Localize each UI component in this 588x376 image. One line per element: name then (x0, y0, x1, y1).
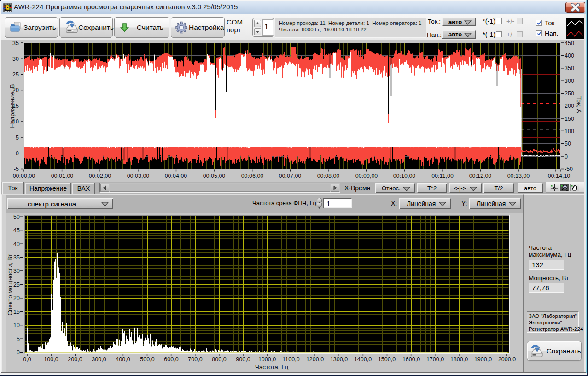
svg-text:35: 35 (12, 41, 19, 47)
svg-text:-50: -50 (565, 166, 573, 172)
svg-text:10: 10 (13, 322, 20, 329)
svg-text:00:11,00: 00:11,00 (431, 173, 454, 179)
svg-text:00:01,00: 00:01,00 (51, 173, 74, 179)
svg-text:00:09,00: 00:09,00 (355, 173, 378, 179)
svg-text:00:04,00: 00:04,00 (165, 173, 187, 179)
svg-text:00:07,00: 00:07,00 (279, 173, 302, 179)
svg-text:00:00,00: 00:00,00 (13, 173, 35, 179)
svg-text:800,0: 800,0 (212, 356, 226, 363)
svg-text:250: 250 (565, 90, 574, 97)
svg-text:20: 20 (13, 295, 20, 301)
svg-text:Частота, Гц: Частота, Гц (255, 364, 289, 370)
svg-text:1700,0: 1700,0 (426, 356, 444, 363)
svg-text:00:02,00: 00:02,00 (89, 173, 111, 179)
svg-text:1300,0: 1300,0 (330, 356, 348, 363)
svg-text:1400,0: 1400,0 (354, 356, 372, 363)
svg-text:Спектр мощности, Вт: Спектр мощности, Вт (6, 254, 13, 316)
svg-text:00:13,00: 00:13,00 (507, 173, 530, 179)
svg-text:0: 0 (565, 153, 568, 160)
svg-text:450: 450 (565, 41, 574, 47)
svg-text:0: 0 (17, 349, 20, 356)
svg-text:15: 15 (13, 309, 20, 315)
svg-text:1900,0: 1900,0 (474, 356, 492, 363)
svg-text:00:03,00: 00:03,00 (127, 173, 150, 179)
svg-text:30: 30 (12, 56, 19, 62)
svg-text:1600,0: 1600,0 (402, 356, 420, 363)
svg-text:400,0: 400,0 (116, 356, 130, 363)
svg-text:00:10,00: 00:10,00 (393, 173, 416, 179)
svg-text:2000,0: 2000,0 (498, 356, 516, 363)
svg-text:1800,0: 1800,0 (450, 356, 468, 363)
svg-text:600,0: 600,0 (164, 356, 178, 363)
svg-text:45: 45 (13, 227, 20, 234)
svg-text:900,0: 900,0 (236, 356, 250, 363)
svg-text:00:12,00: 00:12,00 (469, 173, 492, 179)
svg-text:00:05,00: 00:05,00 (203, 173, 226, 179)
svg-text:50: 50 (13, 214, 20, 220)
svg-text:100,0: 100,0 (44, 356, 58, 363)
svg-text:35: 35 (13, 254, 20, 261)
svg-text:Ток, А: Ток, А (576, 96, 582, 113)
svg-text:100: 100 (565, 128, 574, 135)
svg-text:200,0: 200,0 (68, 356, 82, 363)
svg-text:350: 350 (565, 65, 574, 71)
svg-text:0: 0 (16, 150, 19, 157)
svg-text:50: 50 (565, 141, 571, 147)
svg-text:1000,0: 1000,0 (258, 356, 276, 363)
svg-text:5: 5 (17, 336, 20, 342)
svg-text:150: 150 (565, 116, 574, 122)
svg-text:1500,0: 1500,0 (378, 356, 396, 363)
svg-text:500,0: 500,0 (140, 356, 154, 363)
svg-text:400: 400 (565, 53, 574, 59)
svg-text:25: 25 (13, 282, 20, 288)
svg-text:30: 30 (13, 268, 20, 274)
svg-text:40: 40 (13, 241, 20, 247)
svg-text:5: 5 (16, 135, 19, 141)
svg-text:-5: -5 (14, 166, 19, 172)
svg-text:300,0: 300,0 (92, 356, 106, 363)
svg-text:25: 25 (12, 71, 19, 78)
svg-text:00:06,00: 00:06,00 (241, 173, 264, 179)
svg-text:Напряжение, В: Напряжение, В (9, 84, 16, 128)
svg-text:300: 300 (565, 78, 574, 84)
svg-text:0,0: 0,0 (23, 356, 31, 363)
svg-text:1200,0: 1200,0 (306, 356, 324, 363)
svg-text:00:14,10: 00:14,10 (548, 173, 571, 179)
svg-text:00:08,00: 00:08,00 (317, 173, 340, 179)
svg-text:200: 200 (565, 103, 574, 109)
svg-text:1100,0: 1100,0 (282, 356, 299, 363)
svg-text:700,0: 700,0 (188, 356, 202, 363)
